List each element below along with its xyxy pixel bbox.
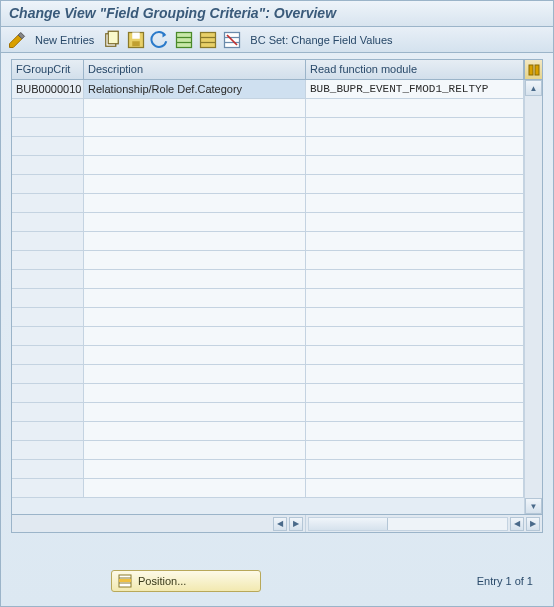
cell-readfunc[interactable] bbox=[306, 308, 524, 326]
table-row[interactable] bbox=[12, 156, 524, 175]
cell-description[interactable] bbox=[84, 175, 306, 193]
cell-readfunc[interactable] bbox=[306, 460, 524, 478]
cell-fgroupcrit[interactable] bbox=[12, 460, 84, 478]
cell-description[interactable] bbox=[84, 118, 306, 136]
cell-description[interactable] bbox=[84, 99, 306, 117]
table-row[interactable] bbox=[12, 479, 524, 498]
cell-description[interactable] bbox=[84, 460, 306, 478]
cell-fgroupcrit[interactable] bbox=[12, 137, 84, 155]
table-row[interactable] bbox=[12, 384, 524, 403]
cell-readfunc[interactable] bbox=[306, 422, 524, 440]
cell-fgroupcrit[interactable] bbox=[12, 194, 84, 212]
undo-icon[interactable] bbox=[150, 31, 170, 49]
cell-fgroupcrit[interactable] bbox=[12, 251, 84, 269]
hscroll-right-pane[interactable]: ◀ ▶ bbox=[306, 515, 542, 532]
cell-description[interactable] bbox=[84, 308, 306, 326]
cell-fgroupcrit[interactable] bbox=[12, 327, 84, 345]
cell-description[interactable] bbox=[84, 270, 306, 288]
cell-fgroupcrit[interactable] bbox=[12, 232, 84, 250]
cell-fgroupcrit[interactable] bbox=[12, 118, 84, 136]
cell-readfunc[interactable] bbox=[306, 118, 524, 136]
cell-description[interactable] bbox=[84, 156, 306, 174]
cell-description[interactable] bbox=[84, 213, 306, 231]
copy-icon[interactable] bbox=[102, 31, 122, 49]
cell-fgroupcrit[interactable] bbox=[12, 213, 84, 231]
position-button[interactable]: Position... bbox=[111, 570, 261, 592]
cell-readfunc[interactable] bbox=[306, 270, 524, 288]
cell-description[interactable] bbox=[84, 422, 306, 440]
table-row[interactable] bbox=[12, 232, 524, 251]
table-row[interactable] bbox=[12, 213, 524, 232]
table-row[interactable] bbox=[12, 346, 524, 365]
hscroll-thumb[interactable] bbox=[309, 518, 388, 530]
table-row[interactable] bbox=[12, 460, 524, 479]
cell-description[interactable] bbox=[84, 346, 306, 364]
table-row[interactable] bbox=[12, 99, 524, 118]
cell-readfunc[interactable]: BUB_BUPR_EVENT_FMOD1_RELTYP bbox=[306, 80, 524, 98]
cell-description[interactable] bbox=[84, 137, 306, 155]
new-entries-button[interactable]: New Entries bbox=[31, 34, 98, 46]
table-row[interactable] bbox=[12, 175, 524, 194]
cell-readfunc[interactable] bbox=[306, 175, 524, 193]
table-row[interactable] bbox=[12, 270, 524, 289]
cell-description[interactable] bbox=[84, 384, 306, 402]
col-header-description[interactable]: Description bbox=[84, 60, 306, 79]
table-row[interactable] bbox=[12, 289, 524, 308]
table-row[interactable] bbox=[12, 327, 524, 346]
pencil-icon[interactable] bbox=[7, 31, 27, 49]
table-row[interactable] bbox=[12, 251, 524, 270]
cell-description[interactable] bbox=[84, 232, 306, 250]
cell-readfunc[interactable] bbox=[306, 346, 524, 364]
col-header-readfunc[interactable]: Read function module bbox=[306, 60, 524, 79]
table-row[interactable] bbox=[12, 441, 524, 460]
save-row-icon[interactable] bbox=[126, 31, 146, 49]
cell-description[interactable] bbox=[84, 251, 306, 269]
scroll-down-icon[interactable]: ▼ bbox=[525, 498, 542, 514]
table-row[interactable] bbox=[12, 137, 524, 156]
table-row[interactable] bbox=[12, 365, 524, 384]
cell-readfunc[interactable] bbox=[306, 289, 524, 307]
config-columns-icon[interactable] bbox=[524, 60, 542, 79]
table-row[interactable] bbox=[12, 118, 524, 137]
table-row[interactable] bbox=[12, 308, 524, 327]
table-row[interactable] bbox=[12, 194, 524, 213]
cell-readfunc[interactable] bbox=[306, 403, 524, 421]
cell-fgroupcrit[interactable] bbox=[12, 403, 84, 421]
cell-readfunc[interactable] bbox=[306, 479, 524, 497]
cell-readfunc[interactable] bbox=[306, 156, 524, 174]
cell-readfunc[interactable] bbox=[306, 137, 524, 155]
cell-description[interactable] bbox=[84, 194, 306, 212]
cell-fgroupcrit[interactable] bbox=[12, 156, 84, 174]
cell-readfunc[interactable] bbox=[306, 384, 524, 402]
cell-description[interactable] bbox=[84, 289, 306, 307]
cell-fgroupcrit[interactable] bbox=[12, 346, 84, 364]
cell-fgroupcrit[interactable] bbox=[12, 289, 84, 307]
cell-readfunc[interactable] bbox=[306, 441, 524, 459]
col-header-fgroupcrit[interactable]: FGroupCrit bbox=[12, 60, 84, 79]
cell-readfunc[interactable] bbox=[306, 194, 524, 212]
cell-fgroupcrit[interactable] bbox=[12, 479, 84, 497]
table-row[interactable] bbox=[12, 422, 524, 441]
cell-description[interactable] bbox=[84, 327, 306, 345]
bcset-link[interactable]: BC Set: Change Field Values bbox=[246, 34, 396, 46]
cell-readfunc[interactable] bbox=[306, 213, 524, 231]
cell-fgroupcrit[interactable] bbox=[12, 175, 84, 193]
delete-row-icon[interactable] bbox=[222, 31, 242, 49]
cell-readfunc[interactable] bbox=[306, 99, 524, 117]
cell-fgroupcrit[interactable] bbox=[12, 270, 84, 288]
cell-readfunc[interactable] bbox=[306, 327, 524, 345]
cell-readfunc[interactable] bbox=[306, 232, 524, 250]
table-row[interactable] bbox=[12, 403, 524, 422]
select-all-icon[interactable] bbox=[174, 31, 194, 49]
scroll-left-icon[interactable]: ◀ bbox=[273, 517, 287, 531]
cell-description[interactable] bbox=[84, 479, 306, 497]
save-table-icon[interactable] bbox=[198, 31, 218, 49]
cell-description[interactable] bbox=[84, 365, 306, 383]
cell-fgroupcrit[interactable] bbox=[12, 99, 84, 117]
cell-readfunc[interactable] bbox=[306, 365, 524, 383]
vertical-scrollbar[interactable]: ▲ ▼ bbox=[524, 80, 542, 514]
table-row[interactable]: BUB0000010Relationship/Role Def.Category… bbox=[12, 80, 524, 99]
scroll-up-icon[interactable]: ▲ bbox=[525, 80, 542, 96]
hscroll-track[interactable] bbox=[308, 517, 508, 531]
cell-fgroupcrit[interactable] bbox=[12, 308, 84, 326]
